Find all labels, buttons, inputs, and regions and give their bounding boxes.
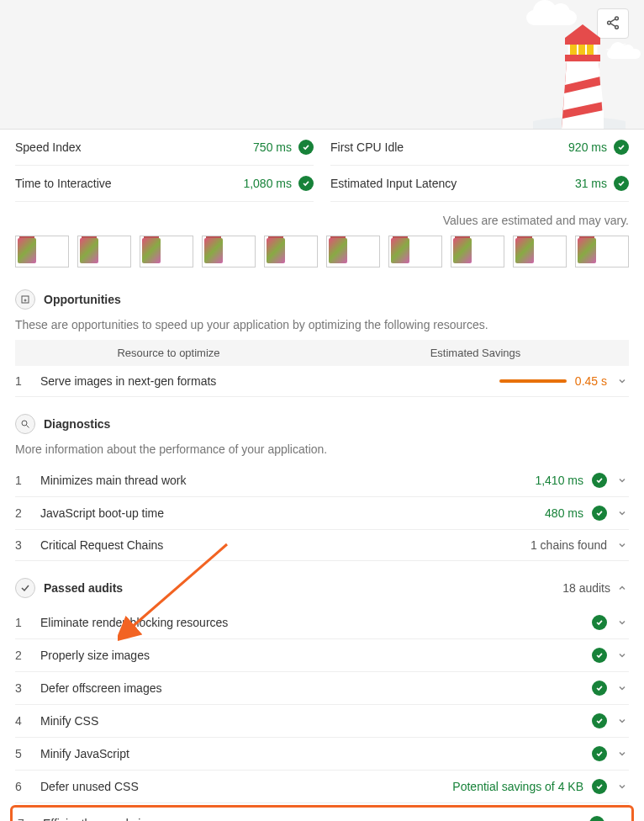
audit-note: Potential savings of 4 KB <box>452 780 583 793</box>
passed-audits-title: Passed audits <box>44 581 123 595</box>
pass-icon <box>592 506 607 521</box>
svg-rect-10 <box>565 38 600 45</box>
metric-label: First CPU Idle <box>330 140 404 154</box>
passed-audit-row[interactable]: 2Properly size images <box>15 639 629 672</box>
svg-point-0 <box>615 16 619 19</box>
audit-value: 1 chains found <box>531 538 607 552</box>
chevron-down-icon <box>617 376 629 386</box>
audit-value: 1,410 ms <box>535 473 607 488</box>
diagnostic-row[interactable]: 2JavaScript boot-up time480 ms <box>15 497 629 530</box>
audit-status <box>592 713 607 728</box>
filmstrip-frame <box>513 236 567 267</box>
svg-rect-7 <box>570 45 577 55</box>
diagnostics-header: Diagnostics <box>15 405 629 442</box>
metric-row: Time to Interactive1,080 ms <box>15 166 314 202</box>
audit-number: 7 <box>18 817 33 821</box>
chevron-down-icon <box>617 781 629 792</box>
svg-marker-17 <box>605 38 626 61</box>
audit-number: 4 <box>15 714 30 728</box>
chevron-down-icon <box>617 540 629 550</box>
diagnostics-desc: More information about the performance o… <box>15 442 629 464</box>
passed-audits-count: 18 audits <box>562 581 610 595</box>
chevron-down-icon <box>617 508 629 518</box>
pass-icon <box>298 140 314 155</box>
filmstrip-frame <box>451 236 504 267</box>
audit-status <box>592 648 607 663</box>
audit-number: 1 <box>15 474 30 487</box>
audit-status <box>589 816 604 821</box>
passed-audit-row[interactable]: 1Eliminate render-blocking resources <box>15 606 629 639</box>
opportunities-header: Opportunities <box>15 281 629 318</box>
pass-icon <box>592 779 607 794</box>
audit-title: JavaScript boot-up time <box>40 506 535 520</box>
diagnostic-row[interactable]: 1Minimizes main thread work1,410 ms <box>15 464 629 497</box>
audit-title: Properly size images <box>40 649 582 662</box>
filmstrip-frame <box>15 236 69 267</box>
chevron-down-icon <box>617 475 629 485</box>
metric-value: 920 ms <box>568 140 629 155</box>
svg-line-22 <box>27 426 29 428</box>
audit-title: Minify CSS <box>40 714 582 728</box>
audit-status <box>592 681 607 696</box>
pass-icon <box>298 176 314 191</box>
audit-savings: 0.45 s <box>499 374 607 388</box>
audit-number: 1 <box>15 616 30 629</box>
pass-icon <box>614 176 629 191</box>
opportunity-row[interactable]: 1Serve images in next-gen formats0.45 s <box>15 366 629 397</box>
opportunities-icon <box>15 289 35 310</box>
audit-value: 480 ms <box>545 506 607 521</box>
svg-rect-12 <box>565 55 600 61</box>
audit-status <box>592 746 607 761</box>
metric-row: First CPU Idle920 ms <box>330 130 629 166</box>
metric-value: 1,080 ms <box>243 176 314 191</box>
filmstrip-frame <box>575 236 629 267</box>
opportunities-table-header: Resource to optimize Estimated Savings <box>15 340 629 366</box>
audit-title: Eliminate render-blocking resources <box>40 616 582 629</box>
audit-number: 1 <box>15 374 30 388</box>
pass-icon <box>592 615 607 630</box>
diagnostics-title: Diagnostics <box>44 417 110 431</box>
metric-row: Estimated Input Latency31 ms <box>330 166 629 202</box>
passed-audit-row[interactable]: 5Minify JavaScript <box>15 738 629 771</box>
audit-title: Defer offscreen images <box>40 681 582 695</box>
audit-number: 6 <box>15 780 30 793</box>
svg-rect-9 <box>587 45 594 55</box>
filmstrip-frame <box>77 236 131 267</box>
audit-title: Minify JavaScript <box>40 747 582 760</box>
chevron-up-icon <box>617 583 629 593</box>
opp-th-savings: Estimated Savings <box>322 347 629 359</box>
audit-number: 3 <box>15 681 30 695</box>
filmstrip-frame <box>326 236 380 267</box>
svg-rect-8 <box>578 45 585 55</box>
pass-icon <box>592 713 607 728</box>
metric-label: Speed Index <box>15 140 82 154</box>
audit-title: Critical Request Chains <box>40 538 520 552</box>
audit-status <box>592 615 607 630</box>
pass-icon <box>592 648 607 663</box>
chevron-down-icon <box>617 716 629 726</box>
pass-icon <box>592 681 607 696</box>
metric-row: Speed Index750 ms <box>15 130 314 166</box>
audit-number: 2 <box>15 506 30 520</box>
audit-number: 3 <box>15 538 30 552</box>
opportunities-section: Opportunities These are opportunities to… <box>0 281 644 397</box>
passed-audits-header[interactable]: Passed audits 18 audits <box>15 569 629 606</box>
metric-value: 750 ms <box>253 140 314 155</box>
filmstrip-frame <box>388 236 442 267</box>
passed-audits-section: Passed audits 18 audits 1Eliminate rende… <box>0 569 644 821</box>
check-icon <box>15 578 35 598</box>
passed-audit-row[interactable]: 7Efficiently encode images <box>10 805 634 821</box>
passed-audit-row[interactable]: 6Defer unused CSSPotential savings of 4 … <box>15 771 629 803</box>
audit-title: Minimizes main thread work <box>40 474 525 487</box>
passed-audit-row[interactable]: 4Minify CSS <box>15 705 629 738</box>
filmstrip-frame <box>264 236 318 267</box>
opportunities-desc: These are opportunities to speed up your… <box>15 318 629 340</box>
passed-audit-row[interactable]: 3Defer offscreen images <box>15 672 629 705</box>
metric-value: 31 ms <box>575 176 629 191</box>
diagnostic-row[interactable]: 3Critical Request Chains1 chains found <box>15 530 629 561</box>
audit-title: Defer unused CSS <box>40 780 442 793</box>
svg-marker-11 <box>565 24 600 38</box>
filmstrip-frame <box>202 236 256 267</box>
search-icon <box>15 414 35 434</box>
metric-label: Estimated Input Latency <box>330 177 457 190</box>
